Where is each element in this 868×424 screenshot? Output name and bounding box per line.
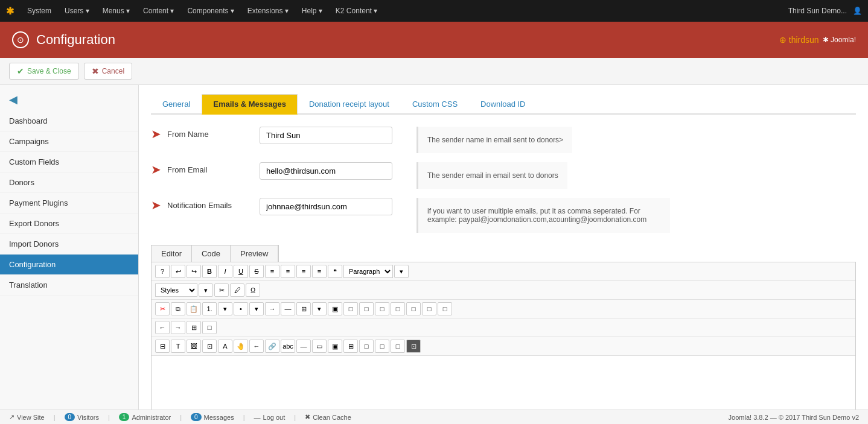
editor-tab-preview[interactable]: Preview xyxy=(231,245,278,262)
editor-copy-btn[interactable]: ⧉ xyxy=(171,302,185,315)
editor-paste-btn[interactable]: 📋 xyxy=(187,302,201,315)
nav-k2content[interactable]: K2 Content ▾ xyxy=(330,3,383,19)
from-email-input[interactable] xyxy=(260,162,392,180)
editor-blockquote-btn[interactable]: ❝ xyxy=(328,265,342,278)
notification-hint: if you want to user multiple emails, put… xyxy=(416,198,670,233)
editor-styles-dropdown-btn[interactable]: ▾ xyxy=(199,283,213,297)
editor-cut-btn[interactable]: ✂ xyxy=(155,302,170,315)
editor-hand-btn[interactable]: 🤚 xyxy=(234,340,248,353)
nav-content[interactable]: Content ▾ xyxy=(137,3,180,19)
tab-donation-receipt[interactable]: Donation receipt layout xyxy=(298,94,401,115)
editor-btn-e[interactable]: □ xyxy=(406,302,421,315)
editor-dropdown-btn[interactable]: ▾ xyxy=(394,265,409,278)
editor-table-dropdown-btn[interactable]: ▾ xyxy=(312,302,327,315)
editor-abc-btn[interactable]: abc xyxy=(281,340,295,353)
sidebar-item-payment-plugins[interactable]: Payment Plugins xyxy=(0,193,138,214)
sidebar-item-donors[interactable]: Donors xyxy=(0,172,138,193)
editor-btn-d[interactable]: □ xyxy=(391,302,405,315)
editor-line-btn[interactable]: — xyxy=(296,340,311,353)
editor-omega-btn[interactable]: Ω xyxy=(246,283,260,297)
nav-users[interactable]: Users ▾ xyxy=(59,3,95,19)
clean-cache-link[interactable]: ✖ Clean Cache xyxy=(305,413,351,421)
editor-body[interactable] xyxy=(152,356,855,416)
editor-ul-dropdown-btn[interactable]: ▾ xyxy=(249,302,264,315)
editor-clear-format-btn[interactable]: ✂ xyxy=(214,283,229,297)
tab-download-id[interactable]: Download ID xyxy=(469,94,537,115)
editor-btn-c[interactable]: □ xyxy=(375,302,389,315)
editor-field-btn[interactable]: ⊞ xyxy=(343,340,358,353)
editor-align-left-btn[interactable]: ≡ xyxy=(265,265,279,278)
editor-font-btn[interactable]: A xyxy=(218,340,232,353)
view-site-link[interactable]: ↗ View Site xyxy=(9,413,45,421)
editor-ol-dropdown-btn[interactable]: ▾ xyxy=(218,302,232,315)
nav-system[interactable]: System xyxy=(21,3,57,19)
sidebar-back-button[interactable]: ◀ xyxy=(0,88,138,111)
editor-tab-editor[interactable]: Editor xyxy=(152,245,192,262)
editor-misc3-btn[interactable]: □ xyxy=(391,340,405,353)
nav-components[interactable]: Components ▾ xyxy=(181,3,240,19)
editor-arrow-btn[interactable]: ← xyxy=(249,340,264,353)
editor-link-btn[interactable]: 🔗 xyxy=(265,340,279,353)
brand-joomla: ✱ Joomla! xyxy=(823,36,856,44)
editor-btn-g[interactable]: □ xyxy=(438,302,452,315)
editor-align-right-btn[interactable]: ≡ xyxy=(296,265,311,278)
editor-undo-btn[interactable]: ↩ xyxy=(171,265,185,278)
tab-emails-messages[interactable]: Emails & Messages xyxy=(202,94,298,115)
site-label[interactable]: Third Sun Demo... xyxy=(788,7,847,15)
editor-source-btn[interactable]: T xyxy=(171,340,185,353)
editor-ul-btn[interactable]: • xyxy=(234,302,248,315)
editor-tab-code[interactable]: Code xyxy=(192,245,231,262)
logout-link[interactable]: — Log out xyxy=(254,414,286,421)
notification-emails-input[interactable] xyxy=(260,198,392,215)
cancel-button[interactable]: ✖ Cancel xyxy=(84,63,132,80)
save-close-button[interactable]: ✔ Save & Close xyxy=(9,63,79,80)
editor-btn-f[interactable]: □ xyxy=(422,302,436,315)
editor-indent2-btn[interactable]: → xyxy=(171,321,185,334)
user-icon[interactable]: 👤 xyxy=(853,7,862,15)
sidebar-item-configuration[interactable]: Configuration xyxy=(0,255,138,275)
nav-help[interactable]: Help ▾ xyxy=(296,3,328,19)
tab-general[interactable]: General xyxy=(151,94,202,115)
editor-underline-btn[interactable]: U xyxy=(234,265,248,278)
editor-italic-btn[interactable]: I xyxy=(218,265,232,278)
editor-btn-b[interactable]: □ xyxy=(359,302,374,315)
from-name-input[interactable] xyxy=(260,127,392,144)
nav-menus[interactable]: Menus ▾ xyxy=(97,3,136,19)
editor-misc2-btn[interactable]: □ xyxy=(375,340,389,353)
sidebar-item-translation[interactable]: Translation xyxy=(0,275,138,296)
editor-frame-btn[interactable]: ▣ xyxy=(328,302,342,315)
notification-emails-label-wrap: ➤ Notification Emails xyxy=(151,198,260,212)
editor-redo-btn[interactable]: ↪ xyxy=(187,265,201,278)
sidebar-item-custom-fields[interactable]: Custom Fields xyxy=(0,152,138,172)
sidebar-item-dashboard[interactable]: Dashboard xyxy=(0,111,138,131)
editor-help-btn[interactable]: ? xyxy=(155,265,170,278)
editor-indent-btn[interactable]: → xyxy=(265,302,279,315)
editor-paragraph-select[interactable]: Paragraph xyxy=(343,265,393,278)
editor-btn-a[interactable]: □ xyxy=(343,302,358,315)
sidebar-item-export-donors[interactable]: Export Donors xyxy=(0,214,138,234)
editor-frame2-btn[interactable]: ▭ xyxy=(312,340,327,353)
editor-block-btn[interactable]: □ xyxy=(202,321,217,334)
editor-bold-btn[interactable]: B xyxy=(202,265,217,278)
editor-paint-btn[interactable]: 🖊 xyxy=(230,283,244,297)
editor-table3-btn[interactable]: ⊟ xyxy=(155,340,170,353)
editor-media-btn[interactable]: ▣ xyxy=(328,340,342,353)
editor-image-btn[interactable]: 🖼 xyxy=(187,340,201,353)
editor-align-center-btn[interactable]: ≡ xyxy=(281,265,295,278)
editor-table2-btn[interactable]: ⊞ xyxy=(187,321,201,334)
editor-hr-btn[interactable]: — xyxy=(281,302,295,315)
editor-ol-btn[interactable]: 1. xyxy=(202,302,217,315)
editor-align-justify-btn[interactable]: ≡ xyxy=(312,265,327,278)
editor-styles-select[interactable]: Styles xyxy=(155,283,197,297)
sidebar-item-import-donors[interactable]: Import Donors xyxy=(0,234,138,255)
editor-outdent-btn[interactable]: ← xyxy=(155,321,170,334)
joomla-logo-icon[interactable]: ✱ xyxy=(6,5,14,17)
editor-table-btn[interactable]: ⊞ xyxy=(296,302,311,315)
editor-code-btn[interactable]: ⊡ xyxy=(406,340,421,353)
nav-extensions[interactable]: Extensions ▾ xyxy=(241,3,295,19)
sidebar-item-campaigns[interactable]: Campaigns xyxy=(0,131,138,152)
editor-image2-btn[interactable]: ⊡ xyxy=(202,340,217,353)
editor-strikethrough-btn[interactable]: S xyxy=(249,265,264,278)
editor-misc1-btn[interactable]: □ xyxy=(359,340,374,353)
tab-custom-css[interactable]: Custom CSS xyxy=(401,94,469,115)
